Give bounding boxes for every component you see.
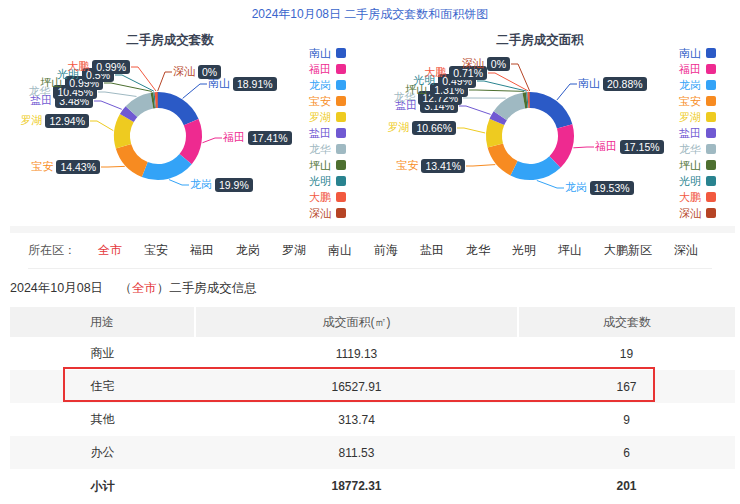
table-cell: 住宅 — [10, 370, 195, 403]
legend-swatch-icon — [336, 144, 346, 154]
filter-label: 所在区： — [28, 242, 76, 259]
legend-item[interactable]: 南山 — [309, 45, 346, 61]
section-divider — [10, 226, 735, 233]
pie-label-value: 17.41% — [248, 131, 292, 145]
legend-item[interactable]: 罗湖 — [309, 109, 346, 125]
legend-label: 光明 — [309, 174, 331, 189]
legend-item[interactable]: 大鹏 — [309, 189, 346, 205]
pie-slice[interactable] — [529, 92, 572, 128]
table-cell: 小计 — [10, 469, 195, 503]
legend-swatch-icon — [706, 160, 716, 170]
legend-item[interactable]: 光明 — [679, 173, 716, 189]
legend-label: 宝安 — [679, 94, 701, 109]
legend-swatch-icon — [336, 112, 346, 122]
legend-label: 福田 — [309, 62, 331, 77]
filter-item[interactable]: 福田 — [190, 242, 214, 259]
legend-item[interactable]: 龙岗 — [309, 77, 346, 93]
pie-chart-area: 二手房成交面积 南山福田龙岗宝安罗湖盐田龙华坪山光明大鹏深汕 南山20.88%福… — [370, 30, 740, 226]
pie-label: 深汕0% — [462, 56, 510, 71]
pie-label-value: 20.88% — [603, 77, 647, 91]
legend-item[interactable]: 光明 — [309, 173, 346, 189]
filter-item[interactable]: 光明 — [512, 242, 536, 259]
legend-label: 深汕 — [309, 206, 331, 221]
legend-swatch-icon — [336, 48, 346, 58]
district-filter: 所在区： 全市宝安福田龙岗罗湖南山前海盐田龙华光明坪山大鹏新区深汕 — [28, 233, 712, 269]
pie-label-name: 龙岗 — [190, 177, 212, 192]
legend-item[interactable]: 罗湖 — [679, 109, 716, 125]
page-title-link[interactable]: 2024年10月08日 二手房成交套数和面积饼图 — [0, 0, 740, 30]
legend-item[interactable]: 福田 — [679, 61, 716, 77]
legend-item[interactable]: 深汕 — [679, 205, 716, 221]
legend-swatch-icon — [706, 112, 716, 122]
filter-item[interactable]: 龙华 — [466, 242, 490, 259]
table-header-cell: 成交套数 — [518, 307, 735, 337]
legend-swatch-icon — [706, 208, 716, 218]
pie-label-value: 0.99% — [92, 60, 130, 74]
legend-item[interactable]: 盐田 — [679, 125, 716, 141]
pie-label-line — [115, 75, 154, 91]
filter-item[interactable]: 盐田 — [420, 242, 444, 259]
legend-item[interactable]: 龙岗 — [679, 77, 716, 93]
legend-item[interactable]: 宝安 — [679, 93, 716, 109]
filter-item[interactable]: 南山 — [328, 242, 352, 259]
pie-label-value: 18.91% — [233, 77, 277, 91]
pie-label-line — [557, 84, 577, 100]
filter-item[interactable]: 罗湖 — [282, 242, 306, 259]
legend-label: 南山 — [309, 46, 331, 61]
info-paren-open: （ — [119, 280, 132, 297]
deals-table-wrap: 用途成交面积(㎡)成交套数 商业1119.1319住宅16527.91167其他… — [10, 307, 735, 503]
pie-slice[interactable] — [157, 92, 198, 125]
legend-item[interactable]: 南山 — [679, 45, 716, 61]
info-scope: 全市 — [132, 280, 157, 297]
table-cell: 1119.13 — [195, 337, 518, 370]
filter-item[interactable]: 龙岗 — [236, 242, 260, 259]
info-date: 2024年10月08日 — [10, 280, 103, 297]
pie-label-name: 大鹏 — [67, 59, 89, 74]
filter-item[interactable]: 大鹏新区 — [604, 242, 652, 259]
legend-item[interactable]: 龙华 — [309, 141, 346, 157]
filter-item[interactable]: 坪山 — [558, 242, 582, 259]
table-cell: 811.53 — [195, 436, 518, 469]
pie-label-name: 深汕 — [173, 64, 195, 79]
table-cell: 19 — [518, 337, 735, 370]
charts-row: 二手房成交套数 南山福田龙岗宝安罗湖盐田龙华坪山光明大鹏深汕 南山18.91%福… — [0, 30, 740, 226]
pie-label: 南山20.88% — [578, 76, 647, 91]
pie-label-line — [537, 180, 564, 188]
legend-swatch-icon — [336, 64, 346, 74]
legend-label: 罗湖 — [309, 110, 331, 125]
pie-label-line — [169, 180, 189, 185]
pie-label: 罗湖12.94% — [20, 113, 89, 128]
pie-label-name: 宝安 — [396, 158, 418, 173]
table-cell: 167 — [518, 370, 735, 403]
legend-item[interactable]: 大鹏 — [679, 189, 716, 205]
table-cell: 16527.91 — [195, 370, 518, 403]
filter-item[interactable]: 前海 — [374, 242, 398, 259]
legend-swatch-icon — [336, 80, 346, 90]
legend-item[interactable]: 深汕 — [309, 205, 346, 221]
pie-chart-units: 二手房成交套数 南山福田龙岗宝安罗湖盐田龙华坪山光明大鹏深汕 南山18.91%福… — [0, 30, 370, 226]
legend-item[interactable]: 坪山 — [679, 157, 716, 173]
legend-item[interactable]: 龙华 — [679, 141, 716, 157]
pie-label-value: 19.9% — [215, 178, 253, 192]
legend-item[interactable]: 坪山 — [309, 157, 346, 173]
pie-label-value: 13.41% — [421, 159, 465, 173]
filter-item[interactable]: 深汕 — [674, 242, 698, 259]
pie-label: 大鹏0.99% — [67, 59, 130, 74]
legend-label: 罗湖 — [679, 110, 701, 125]
pie-label: 福田17.15% — [595, 139, 664, 154]
table-cell: 9 — [518, 403, 735, 436]
table-cell: 313.74 — [195, 403, 518, 436]
legend-swatch-icon — [336, 128, 346, 138]
table-cell: 办公 — [10, 436, 195, 469]
table-cell: 其他 — [10, 403, 195, 436]
filter-item[interactable]: 全市 — [98, 242, 122, 259]
legend-item[interactable]: 盐田 — [309, 125, 346, 141]
legend-label: 盐田 — [309, 126, 331, 141]
pie-label-name: 龙岗 — [565, 180, 587, 195]
legend-item[interactable]: 福田 — [309, 61, 346, 77]
filter-item[interactable]: 宝安 — [144, 242, 168, 259]
legend-label: 大鹏 — [679, 190, 701, 205]
legend-item[interactable]: 宝安 — [309, 93, 346, 109]
pie-slice[interactable] — [116, 144, 148, 177]
legend-label: 坪山 — [309, 158, 331, 173]
